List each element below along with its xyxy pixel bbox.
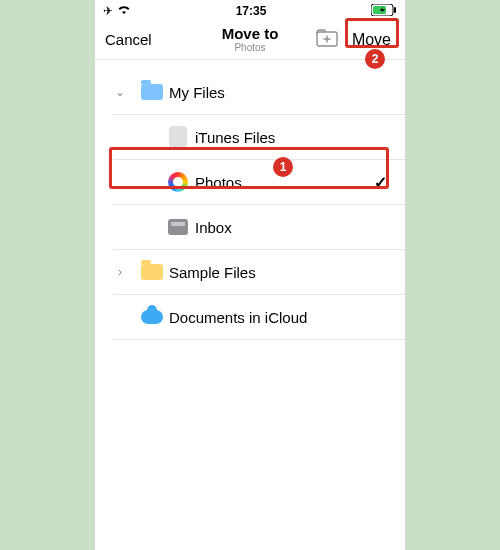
new-folder-icon[interactable] bbox=[316, 29, 338, 51]
row-label: Inbox bbox=[195, 219, 393, 236]
row-label: Sample Files bbox=[169, 264, 393, 281]
photos-icon bbox=[161, 172, 195, 192]
nav-subtitle: Photos bbox=[234, 42, 265, 53]
annotation-badge-1: 1 bbox=[273, 157, 293, 177]
cancel-button[interactable]: Cancel bbox=[105, 31, 152, 48]
folder-list: ⌄ My Files iTunes Files Photos ✓ Inbox › bbox=[95, 60, 405, 340]
status-bar: ✈ 17:35 bbox=[95, 0, 405, 20]
cloud-icon bbox=[135, 310, 169, 324]
folder-row-itunes[interactable]: iTunes Files bbox=[95, 115, 405, 159]
annotation-badge-2: 2 bbox=[365, 49, 385, 69]
checkmark-icon: ✓ bbox=[374, 173, 393, 192]
nav-title: Move to bbox=[222, 26, 279, 43]
row-label: iTunes Files bbox=[195, 129, 393, 146]
row-label: My Files bbox=[169, 84, 393, 101]
clock: 17:35 bbox=[236, 4, 267, 18]
airplane-icon: ✈ bbox=[103, 4, 113, 18]
folder-row-icloud[interactable]: Documents in iCloud bbox=[95, 295, 405, 339]
phone-screen: ✈ 17:35 Cancel Move to Photos Move ⌄ My … bbox=[95, 0, 405, 550]
battery-icon bbox=[371, 4, 397, 19]
folder-row-photos[interactable]: Photos ✓ bbox=[95, 160, 405, 204]
inbox-icon bbox=[161, 219, 195, 235]
folder-icon bbox=[135, 264, 169, 280]
nav-title-group: Move to Photos bbox=[222, 26, 279, 54]
folder-row-sample[interactable]: › Sample Files bbox=[95, 250, 405, 294]
folder-row-myfiles[interactable]: ⌄ My Files bbox=[95, 70, 405, 114]
nav-bar: Cancel Move to Photos Move bbox=[95, 20, 405, 60]
chevron-right-icon[interactable]: › bbox=[105, 265, 135, 279]
itunes-icon bbox=[161, 126, 195, 148]
folder-icon bbox=[135, 84, 169, 100]
chevron-down-icon[interactable]: ⌄ bbox=[105, 85, 135, 99]
row-label: Documents in iCloud bbox=[169, 309, 393, 326]
folder-row-inbox[interactable]: Inbox bbox=[95, 205, 405, 249]
svg-rect-1 bbox=[394, 7, 396, 13]
wifi-icon bbox=[117, 4, 131, 18]
